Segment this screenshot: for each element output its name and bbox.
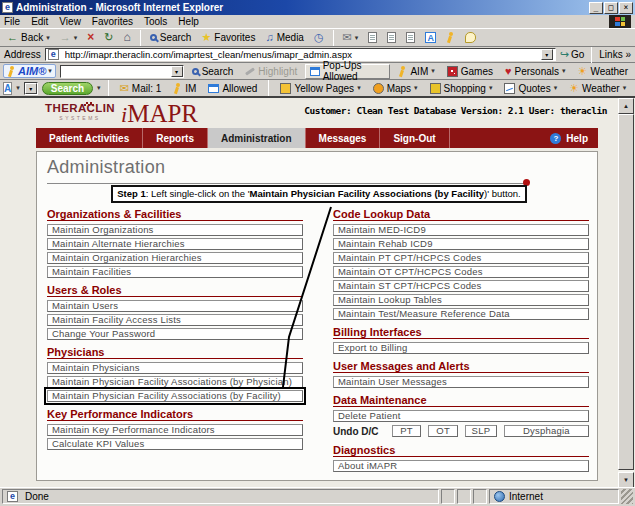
- menu-file[interactable]: File: [4, 16, 20, 27]
- aim-menu-dropdown-icon[interactable]: ▾: [431, 67, 435, 75]
- admin-button[interactable]: Calculate KPI Values: [47, 438, 303, 450]
- address-dropdown-icon[interactable]: ▾: [541, 49, 553, 60]
- research-button[interactable]: [442, 30, 459, 46]
- delete-patient-button[interactable]: Delete Patient: [333, 410, 589, 422]
- maximize-button[interactable]: □: [604, 2, 618, 14]
- menu-edit[interactable]: Edit: [31, 16, 48, 27]
- aim-sidebar-button[interactable]: A: [421, 30, 440, 46]
- maps-dropdown-icon[interactable]: ▾: [414, 84, 418, 92]
- aim-search-input[interactable]: ▾: [60, 65, 184, 78]
- admin-button[interactable]: Maintain Facilities: [47, 266, 303, 278]
- edit-button[interactable]: [383, 30, 400, 46]
- admin-button[interactable]: Maintain ST CPT/HCPCS Codes: [333, 280, 589, 292]
- tab-messages[interactable]: Messages: [306, 128, 381, 148]
- back-button[interactable]: ← Back ▾: [3, 30, 54, 46]
- undo-slp-button[interactable]: SLP: [465, 425, 497, 437]
- undo-dysphagia-button[interactable]: Dysphagia: [504, 425, 589, 437]
- admin-button[interactable]: Maintain MED-ICD9: [333, 224, 589, 236]
- resize-grip[interactable]: [621, 489, 633, 504]
- yellow-pages-button[interactable]: Yellow Pages ▾: [276, 80, 364, 96]
- tab-sign-out[interactable]: Sign-Out: [380, 128, 449, 148]
- admin-button[interactable]: Maintain Organizations: [47, 224, 303, 236]
- undo-ot-button[interactable]: OT: [428, 425, 458, 437]
- media-button[interactable]: ♫ Media: [261, 30, 308, 46]
- aim-brand-button[interactable]: AIM® ▾: [3, 64, 56, 78]
- favorites-button[interactable]: ★ Favorites: [197, 30, 259, 46]
- back-dropdown-icon[interactable]: ▾: [46, 34, 50, 42]
- aol-weather-button[interactable]: ☀ Weather ▾: [565, 80, 630, 96]
- aim-highlight-button[interactable]: Highlight: [241, 63, 301, 79]
- maps-button[interactable]: Maps ▾: [369, 80, 422, 96]
- yellow-pages-dropdown-icon[interactable]: ▾: [357, 84, 361, 92]
- tab-administration[interactable]: Administration: [208, 128, 306, 148]
- links-button[interactable]: Links »: [599, 49, 631, 60]
- quotes-dropdown-icon[interactable]: ▾: [554, 84, 558, 92]
- aol-brand-button[interactable]: A: [3, 82, 12, 95]
- aol-brand-dropdown-icon[interactable]: ▾: [16, 84, 20, 92]
- admin-button[interactable]: Maintain PT CPT/HCPCS Codes: [333, 252, 589, 264]
- aol-search-input[interactable]: ▾: [24, 82, 38, 95]
- admin-button[interactable]: Maintain Lookup Tables: [333, 294, 589, 306]
- admin-button[interactable]: Maintain Physicians: [47, 362, 303, 374]
- stop-button[interactable]: ×: [83, 30, 98, 46]
- aol-im-button[interactable]: IM: [169, 80, 200, 96]
- home-button[interactable]: ⌂: [120, 30, 135, 46]
- games-button[interactable]: Games: [443, 63, 497, 79]
- quotes-button[interactable]: Quotes ▾: [500, 80, 561, 96]
- aol-allowed-button[interactable]: Allowed: [204, 80, 261, 96]
- history-button[interactable]: ◷: [310, 30, 328, 46]
- maintain-physician-facility-associations-by-facility-button[interactable]: Maintain Physician Facility Associations…: [47, 390, 303, 402]
- admin-button[interactable]: Export to Billing: [333, 342, 589, 354]
- shopping-button[interactable]: Shopping ▾: [426, 80, 497, 96]
- admin-button[interactable]: Maintain Physician Facility Associations…: [47, 376, 303, 388]
- nav-help[interactable]: ? Help: [550, 128, 598, 148]
- go-button[interactable]: ↪ Go: [560, 48, 585, 61]
- menu-favorites[interactable]: Favorites: [92, 16, 133, 27]
- messenger-button[interactable]: [461, 30, 480, 46]
- aol-mail-button[interactable]: ✉ Mail: 1: [116, 80, 166, 96]
- shopping-dropdown-icon[interactable]: ▾: [489, 84, 493, 92]
- discuss-button[interactable]: [402, 30, 419, 46]
- scrollbar-thumb[interactable]: [618, 114, 634, 470]
- tab-reports[interactable]: Reports: [143, 128, 208, 148]
- undo-pt-button[interactable]: PT: [392, 425, 422, 437]
- search-button[interactable]: Search: [146, 30, 196, 46]
- menu-view[interactable]: View: [59, 16, 81, 27]
- minimize-button[interactable]: _: [589, 2, 603, 14]
- admin-button[interactable]: Maintain Alternate Hierarchies: [47, 238, 303, 250]
- menu-tools[interactable]: Tools: [144, 16, 167, 27]
- admin-button[interactable]: Maintain Key Performance Indicators: [47, 424, 303, 436]
- tab-patient-activities[interactable]: Patient Activities: [36, 128, 143, 148]
- aol-search-button[interactable]: Search: [42, 82, 93, 95]
- admin-button[interactable]: Maintain Rehab ICD9: [333, 238, 589, 250]
- admin-button[interactable]: Maintain Users: [47, 300, 303, 312]
- admin-button[interactable]: Maintain Facility Access Lists: [47, 314, 303, 326]
- aim-search-button[interactable]: Search: [188, 63, 238, 79]
- about-imapr-button[interactable]: About iMAPR: [333, 460, 589, 472]
- print-button[interactable]: [364, 30, 381, 46]
- menu-help[interactable]: Help: [178, 16, 199, 27]
- mail-dropdown-icon[interactable]: ▾: [355, 34, 359, 42]
- refresh-button[interactable]: ↻: [100, 30, 117, 46]
- aol-weather-dropdown-icon[interactable]: ▾: [623, 84, 627, 92]
- admin-button[interactable]: Maintain Test/Measure Reference Data: [333, 308, 589, 320]
- aim-menu-button[interactable]: AIM ▾: [394, 63, 438, 79]
- aol-search-options-icon[interactable]: ▾: [97, 84, 101, 92]
- vertical-scrollbar[interactable]: ▲ ▼: [618, 98, 634, 488]
- scroll-up-icon[interactable]: ▲: [618, 98, 634, 114]
- admin-button[interactable]: Maintain User Messages: [333, 376, 589, 388]
- aim-brand-dropdown-icon[interactable]: ▾: [48, 67, 52, 75]
- mail-button[interactable]: ✉ ▾: [339, 30, 363, 46]
- scroll-down-icon[interactable]: ▼: [618, 472, 634, 488]
- forward-dropdown-icon[interactable]: ▾: [74, 34, 78, 42]
- admin-button[interactable]: Maintain Organization Hierarchies: [47, 252, 303, 264]
- forward-button[interactable]: → ▾: [56, 30, 82, 46]
- admin-button[interactable]: Change Your Password: [47, 328, 303, 340]
- admin-button[interactable]: Maintain OT CPT/HCPCS Codes: [333, 266, 589, 278]
- aol-search-dropdown-icon[interactable]: ▾: [25, 83, 37, 94]
- close-button[interactable]: ×: [619, 2, 633, 14]
- address-input[interactable]: e http://imapr.theraclin.com/imaprtest_c…: [45, 48, 556, 61]
- personals-dropdown-icon[interactable]: ▾: [562, 67, 566, 75]
- popups-allowed-button[interactable]: Pop-Ups Allowed: [305, 64, 390, 79]
- personals-button[interactable]: ♥ Personals ▾: [501, 63, 570, 79]
